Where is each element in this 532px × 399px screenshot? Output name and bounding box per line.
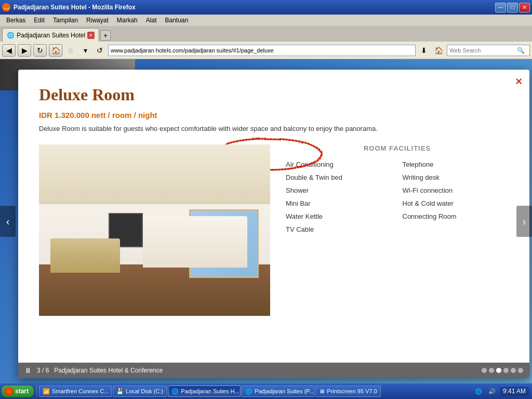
facilities-section: ROOM FACILITIES Air Conditioning Telepho…	[286, 144, 509, 316]
refresh-icon[interactable]: ↺	[94, 44, 106, 57]
room-modal: × Deluxe Room IDR 1.320.000 nett / room …	[18, 70, 529, 378]
start-label: start	[15, 388, 29, 395]
room-body: ROOM FACILITIES Air Conditioning Telepho…	[39, 144, 509, 316]
dot-5[interactable]	[511, 368, 516, 373]
modal-close-button[interactable]: ×	[515, 75, 522, 88]
dropdown-icon[interactable]: ▾	[79, 44, 91, 57]
taskbar-padjadjaran-2[interactable]: 🌐 Padjadjaran Suites (P...	[242, 385, 314, 397]
hotel-label: Padjadjaran Suites Hotel & Conference	[54, 367, 476, 374]
close-window-button[interactable]: ✕	[519, 3, 530, 12]
room-sofa	[50, 238, 120, 273]
next-slide-button[interactable]: ›	[516, 206, 532, 237]
tab-bar: 🌐 Padjadjaran Suites Hotel ✕ +	[0, 26, 532, 42]
tab-close-button[interactable]: ✕	[87, 32, 95, 39]
facility-twin-bed: Double & Twin bed	[286, 174, 392, 181]
taskbar-separator-1	[36, 385, 37, 397]
windows-logo-icon	[5, 387, 13, 395]
address-input[interactable]	[108, 45, 416, 56]
browser-icon: 🦊	[2, 3, 10, 11]
taskbar-local-disk[interactable]: 💾 Local Disk (C:)	[113, 385, 167, 397]
menu-berkas[interactable]: Berkas	[2, 16, 30, 25]
dot-1[interactable]	[482, 368, 487, 373]
padjadjaran-1-label: Padjadjaran Suites H...	[181, 388, 240, 394]
facility-mini-bar: Mini Bar	[286, 200, 392, 207]
address-bar: ◀ ▶ ↻ 🏠 ☆ ▾ ↺ ⬇ 🏠 🔍	[0, 42, 532, 59]
facility-telephone: Telephone	[403, 161, 509, 168]
home-nav-icon[interactable]: 🏠	[432, 44, 445, 57]
menu-markah[interactable]: Markah	[113, 16, 142, 25]
room-bed	[143, 216, 247, 268]
facilities-grid: Air Conditioning Telephone Double & Twin…	[286, 161, 509, 233]
room-price: IDR 1.320.000 nett / room / night	[39, 111, 509, 119]
taskbar-smartfren[interactable]: 📶 Smartfren Connex C...	[39, 385, 112, 397]
search-box[interactable]: 🔍	[447, 45, 530, 56]
start-button[interactable]: start	[1, 385, 34, 397]
dot-2[interactable]	[489, 368, 494, 373]
printscreen-icon: 🖥	[319, 388, 325, 394]
room-title: Deluxe Room	[39, 85, 509, 104]
facilities-title: ROOM FACILITIES	[286, 144, 509, 152]
browser-tab[interactable]: 🌐 Padjadjaran Suites Hotel ✕	[2, 28, 99, 42]
tab-label: Padjadjaran Suites Hotel	[17, 32, 85, 39]
window-controls: ─ □ ✕	[495, 3, 530, 12]
slide-dots	[482, 368, 523, 373]
search-input[interactable]	[447, 47, 515, 54]
menu-edit[interactable]: Edit	[30, 16, 49, 25]
printscreen-label: Printscreen 95 V7.0	[327, 388, 377, 394]
tab-icon: 🌐	[7, 32, 15, 39]
download-icon[interactable]: ⬇	[418, 44, 430, 57]
tray-clock: 9:41 AM	[500, 387, 529, 396]
disk-label: Local Disk (C:)	[126, 388, 163, 394]
room-image	[39, 144, 270, 316]
reload-button[interactable]: ↻	[33, 44, 47, 57]
window-title: Padjadjaran Suites Hotel - Mozilla Firef…	[14, 4, 492, 11]
taskbar-padjadjaran-1[interactable]: 🌐 Padjadjaran Suites H...	[168, 385, 241, 397]
bookmark-icon[interactable]: ☆	[64, 44, 77, 57]
menu-bantuan[interactable]: Bantuan	[161, 16, 192, 25]
home-button[interactable]: 🏠	[49, 44, 62, 57]
browser-content: ‹ × Deluxe Room IDR 1.320.000 nett / roo…	[0, 59, 532, 383]
menu-alat[interactable]: Alat	[142, 16, 161, 25]
facility-tv-cable: TV Cable	[286, 225, 392, 233]
room-ceiling	[39, 144, 270, 205]
dot-6[interactable]	[518, 368, 523, 373]
smartfren-icon: 📶	[43, 388, 50, 395]
dot-4[interactable]	[503, 368, 509, 373]
menu-tampilan[interactable]: Tampilan	[49, 16, 82, 25]
back-button[interactable]: ◀	[2, 44, 16, 57]
taskbar: start 📶 Smartfren Connex C... 💾 Local Di…	[0, 383, 532, 399]
browser-icon-1: 🌐	[171, 388, 179, 395]
facility-wifi: Wi-Fi connection	[403, 187, 509, 194]
room-image-inner	[39, 144, 270, 316]
padjadjaran-2-label: Padjadjaran Suites (P...	[255, 388, 314, 394]
facility-shower: Shower	[286, 187, 392, 194]
facility-empty	[403, 225, 509, 233]
browser-icon-2: 🌐	[245, 388, 252, 395]
smartfren-label: Smartfren Connex C...	[52, 388, 109, 394]
dot-3[interactable]	[496, 368, 501, 373]
facility-writing-desk: Writing desk	[403, 174, 509, 181]
minimize-button[interactable]: ─	[495, 3, 506, 12]
menu-bar: Berkas Edit Tampilan Riwayat Markah Alat…	[0, 15, 532, 26]
facility-air-conditioning: Air Conditioning	[286, 161, 392, 168]
title-bar: 🦊 Padjadjaran Suites Hotel - Mozilla Fir…	[0, 0, 532, 15]
facility-hot-cold-water: Hot & Cold water	[403, 200, 509, 207]
slideshow-bar: ⏸ 3 / 6 Padjadjaran Suites Hotel & Confe…	[18, 363, 529, 378]
new-tab-button[interactable]: +	[100, 30, 111, 41]
search-button[interactable]: 🔍	[515, 45, 526, 56]
menu-riwayat[interactable]: Riwayat	[82, 16, 113, 25]
restore-button[interactable]: □	[507, 3, 518, 12]
forward-button[interactable]: ▶	[18, 44, 31, 57]
tray-network-icon: 🌐	[473, 388, 484, 395]
facility-water-kettle: Water Kettle	[286, 212, 392, 220]
facility-connecting-room: Connecting Room	[403, 212, 509, 220]
taskbar-printscreen[interactable]: 🖥 Printscreen 95 V7.0	[315, 385, 381, 397]
room-description: Deluxe Room is suitable for guests who e…	[39, 124, 509, 134]
play-pause-button[interactable]: ⏸	[24, 366, 32, 375]
modal-content: Deluxe Room IDR 1.320.000 nett / room / …	[18, 70, 529, 378]
tray-sound-icon: 🔊	[486, 388, 498, 395]
slide-counter: 3 / 6	[37, 367, 49, 374]
prev-slide-button[interactable]: ‹	[0, 206, 16, 237]
disk-icon: 💾	[116, 388, 124, 395]
taskbar-tray: 🌐 🔊 9:41 AM	[473, 387, 531, 396]
